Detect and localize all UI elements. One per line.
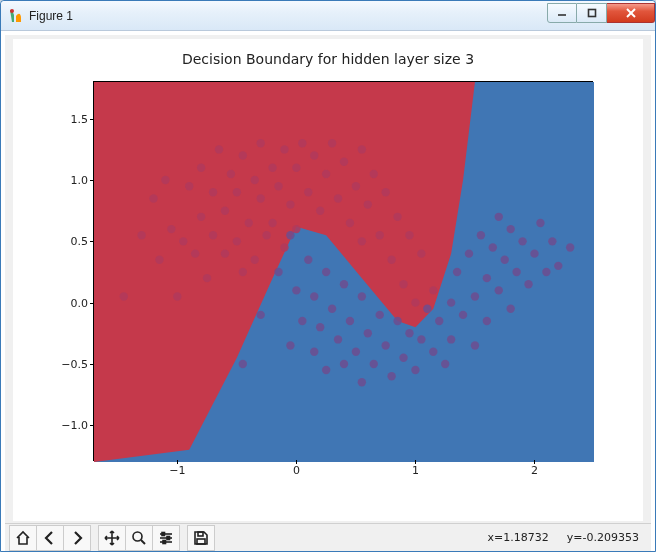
svg-point-36 — [268, 219, 276, 227]
svg-point-117 — [512, 268, 520, 276]
configure-button[interactable] — [152, 525, 180, 551]
svg-point-22 — [221, 249, 229, 257]
save-button[interactable] — [187, 525, 215, 551]
svg-point-121 — [536, 219, 544, 227]
zoom-button[interactable] — [125, 525, 153, 551]
chart-title: Decision Boundary for hidden layer size … — [13, 39, 643, 67]
svg-point-55 — [364, 200, 372, 208]
svg-point-27 — [239, 268, 247, 276]
forward-button[interactable] — [63, 525, 91, 551]
svg-point-21 — [215, 145, 223, 153]
svg-point-6 — [120, 292, 128, 300]
svg-point-101 — [447, 298, 455, 306]
svg-point-111 — [489, 243, 497, 251]
ytick-label: 1.0 — [71, 174, 89, 187]
svg-point-72 — [298, 317, 306, 325]
svg-point-102 — [447, 335, 455, 343]
svg-point-62 — [405, 231, 413, 239]
svg-point-88 — [370, 360, 378, 368]
cursor-y: y=-0.209353 — [567, 531, 639, 544]
svg-point-98 — [429, 347, 437, 355]
svg-point-124 — [554, 262, 562, 270]
svg-point-82 — [340, 360, 348, 368]
svg-point-54 — [358, 237, 366, 245]
ytick-label: −1.0 — [61, 419, 88, 432]
svg-point-106 — [471, 292, 479, 300]
svg-point-78 — [322, 366, 330, 374]
svg-point-12 — [173, 292, 181, 300]
home-button[interactable] — [9, 525, 37, 551]
maximize-button[interactable] — [577, 3, 607, 23]
svg-point-42 — [292, 225, 300, 233]
svg-point-38 — [280, 145, 288, 153]
svg-point-80 — [334, 335, 342, 343]
svg-point-56 — [370, 170, 378, 178]
svg-point-107 — [471, 341, 479, 349]
svg-point-58 — [381, 188, 389, 196]
pan-button[interactable] — [98, 525, 126, 551]
close-button[interactable] — [607, 3, 655, 23]
svg-point-50 — [340, 157, 348, 165]
app-icon — [7, 8, 23, 24]
svg-point-66 — [239, 360, 247, 368]
xtick-label: 0 — [293, 464, 300, 477]
titlebar[interactable]: Figure 1 — [1, 1, 655, 31]
svg-point-74 — [310, 347, 318, 355]
xtick-label: 2 — [531, 464, 538, 477]
svg-rect-2 — [588, 9, 595, 16]
svg-point-34 — [262, 231, 270, 239]
svg-point-59 — [387, 256, 395, 264]
svg-point-57 — [376, 231, 384, 239]
svg-point-33 — [256, 139, 264, 147]
window-content: Decision Boundary for hidden layer size … — [1, 31, 655, 551]
svg-point-108 — [477, 231, 485, 239]
ytick-label: 0.5 — [71, 235, 89, 248]
xtick-label: 1 — [412, 464, 419, 477]
svg-point-47 — [322, 170, 330, 178]
svg-point-95 — [411, 366, 419, 374]
svg-point-44 — [304, 188, 312, 196]
svg-point-97 — [423, 305, 431, 313]
svg-point-67 — [256, 311, 264, 319]
cursor-coordinates: x=1.18732 y=-0.209353 — [488, 531, 647, 544]
svg-point-37 — [274, 182, 282, 190]
svg-point-118 — [518, 237, 526, 245]
svg-point-116 — [506, 305, 514, 313]
svg-point-76 — [316, 323, 324, 331]
svg-point-46 — [316, 207, 324, 215]
svg-point-77 — [322, 268, 330, 276]
svg-rect-134 — [198, 532, 203, 536]
svg-rect-131 — [162, 532, 165, 535]
figure-canvas[interactable]: Decision Boundary for hidden layer size … — [13, 39, 643, 521]
svg-point-104 — [459, 311, 467, 319]
svg-point-35 — [268, 164, 276, 172]
svg-point-48 — [328, 139, 336, 147]
back-button[interactable] — [36, 525, 64, 551]
svg-point-109 — [483, 274, 491, 282]
svg-point-23 — [221, 207, 229, 215]
svg-point-112 — [495, 213, 503, 221]
minimize-button[interactable] — [547, 3, 577, 23]
ytick-label: −0.5 — [61, 357, 88, 370]
svg-point-113 — [495, 286, 503, 294]
window-controls — [547, 3, 655, 23]
app-window: Figure 1 Decision Boundary for hidden la… — [0, 0, 656, 552]
svg-point-79 — [328, 305, 336, 313]
ytick-label: 1.5 — [71, 112, 89, 125]
svg-point-53 — [358, 145, 366, 153]
svg-point-29 — [245, 219, 253, 227]
svg-point-126 — [133, 532, 142, 541]
svg-point-13 — [179, 237, 187, 245]
svg-point-96 — [417, 335, 425, 343]
svg-point-61 — [399, 280, 407, 288]
svg-point-20 — [209, 188, 217, 196]
svg-point-69 — [286, 231, 294, 239]
svg-point-14 — [185, 182, 193, 190]
svg-point-18 — [203, 274, 211, 282]
svg-point-39 — [280, 243, 288, 251]
svg-point-92 — [393, 317, 401, 325]
svg-point-16 — [197, 213, 205, 221]
svg-point-10 — [161, 176, 169, 184]
svg-point-8 — [149, 194, 157, 202]
svg-point-63 — [411, 298, 419, 306]
